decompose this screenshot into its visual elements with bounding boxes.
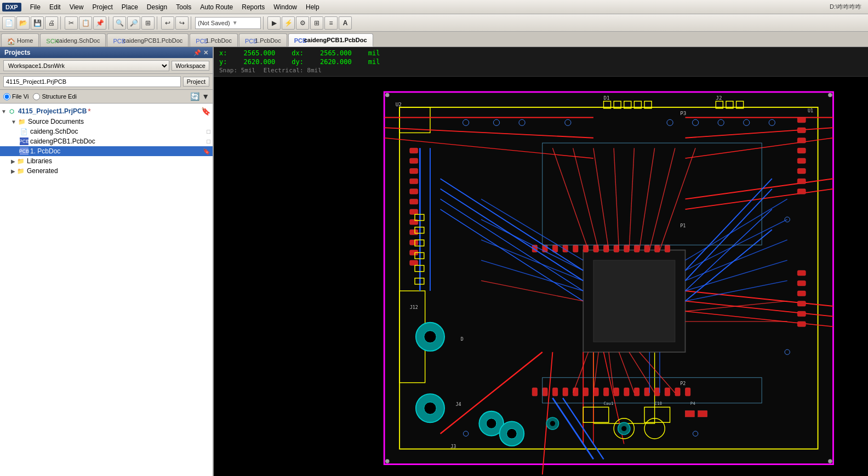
config-icon[interactable]: ▼ — [202, 92, 209, 101]
menu-edit[interactable]: Edit — [45, 2, 65, 12]
pcb-svg: U2 D1 J2 P3 P1 P2 J12 D J4 J3 Cau1 C18 P… — [214, 77, 868, 476]
menu-reports[interactable]: Reports — [237, 2, 269, 12]
svg-rect-24 — [797, 117, 806, 122]
svg-rect-30 — [797, 179, 806, 183]
x-label: x: — [219, 49, 227, 57]
folder-icon-gen: 📁 — [16, 167, 25, 175]
tree-root-label: 4115_Project1.PrjPCB — [18, 107, 87, 115]
workspace-dropdown[interactable]: Workspace1.DsnWrk — [3, 60, 169, 71]
file-view-radio[interactable]: File Vi — [3, 93, 28, 100]
snap-info: Snap: 5mil Electrical: 8mil — [219, 67, 863, 74]
svg-text:J3: J3 — [450, 444, 456, 449]
view-icons: 🔄 ▼ — [190, 92, 209, 101]
panel-title: Projects — [4, 49, 30, 56]
svg-point-97 — [486, 418, 496, 429]
tb-letter-a[interactable]: A — [339, 16, 352, 30]
svg-rect-50 — [532, 388, 537, 396]
tabbar: 🏠 Home SCH caideng.SchDoc PCB caidengPCB… — [0, 32, 868, 47]
svg-rect-37 — [797, 322, 806, 326]
tree-item-source-docs[interactable]: ▼ 📁 Source Documents — [0, 117, 213, 127]
workspace-label: Workspace — [172, 61, 209, 71]
tree-item-caideng-pcb[interactable]: PCB caidengPCB1.PcbDoc □ — [0, 136, 213, 146]
tb-settings[interactable]: ⚙ — [296, 16, 309, 30]
tb-sep4 — [191, 16, 193, 30]
menu-place[interactable]: Place — [117, 2, 142, 12]
panel-pin-btn[interactable]: 📌 — [193, 49, 201, 56]
collapse-libs[interactable]: ▶ — [11, 158, 15, 164]
svg-rect-120 — [685, 411, 694, 417]
tb-new[interactable]: 📄 — [2, 16, 15, 30]
x-value: 2565.000 — [243, 49, 275, 57]
tree-item-root[interactable]: ▼ ⬡ 4115_Project1.PrjPCB * 🔖 — [0, 106, 213, 117]
svg-text:D1: D1 — [604, 95, 610, 101]
pcb1-status: □ — [207, 138, 210, 145]
menu-tools[interactable]: Tools — [172, 2, 196, 12]
file-view-input[interactable] — [3, 93, 10, 100]
collapse-source[interactable]: ▼ — [11, 119, 16, 125]
tb-copy[interactable]: 📋 — [79, 16, 92, 30]
tb-save[interactable]: 💾 — [31, 16, 44, 30]
menu-help[interactable]: Help — [301, 2, 324, 12]
tab-caideng-sch[interactable]: SCH caideng.SchDoc — [40, 33, 106, 47]
svg-point-95 — [424, 402, 436, 414]
panel-close-btn[interactable]: ✕ — [203, 49, 208, 56]
svg-point-181 — [385, 93, 389, 97]
structure-view-radio[interactable]: Structure Edi — [33, 93, 77, 100]
menu-file[interactable]: File — [26, 2, 45, 12]
tab-1pcb-b[interactable]: PCB 1.PcbDoc — [239, 33, 287, 47]
tb-print[interactable]: 🖨 — [45, 16, 58, 30]
panel-header: Projects 📌 ✕ — [0, 47, 213, 58]
svg-rect-26 — [797, 138, 806, 143]
folder-icon-source: 📁 — [18, 118, 26, 125]
refresh-icon[interactable]: 🔄 — [190, 92, 199, 101]
tb-cut[interactable]: ✂ — [65, 16, 78, 30]
main-layout: Projects 📌 ✕ Workspace1.DsnWrk Workspace… — [0, 47, 868, 476]
tb-run[interactable]: ⚡ — [282, 16, 295, 30]
svg-rect-63 — [665, 388, 670, 396]
project-input[interactable] — [3, 76, 181, 87]
tb-fit[interactable]: ⊞ — [141, 16, 155, 30]
tb-compile[interactable]: ▶ — [267, 16, 281, 30]
tb-layer[interactable]: ≡ — [324, 16, 338, 30]
tb-grid[interactable]: ⊞ — [310, 16, 323, 30]
structure-view-input[interactable] — [33, 93, 40, 100]
unit-label2: mil — [368, 58, 380, 66]
home-icon: 🏠 — [7, 38, 15, 43]
svg-rect-46 — [410, 230, 418, 234]
collapse-root[interactable]: ▼ — [1, 108, 7, 114]
svg-rect-79 — [665, 245, 670, 252]
svg-rect-70 — [573, 245, 578, 252]
tab-caideng-pcb1-b[interactable]: PCB caidengPCB1.PcbDoc — [288, 33, 373, 47]
svg-rect-31 — [797, 189, 806, 194]
pcb-file-icon: PCB — [20, 137, 28, 145]
menu-view[interactable]: View — [65, 2, 88, 12]
tree-item-1pcb[interactable]: PCB 1. PcbDoc 🔖 — [0, 146, 213, 156]
svg-text:U1: U1 — [808, 108, 813, 113]
svg-rect-39 — [410, 158, 418, 163]
menu-project[interactable]: Project — [88, 2, 117, 12]
collapse-gen[interactable]: ▶ — [11, 168, 15, 174]
pcb-icon: PCB — [113, 38, 121, 43]
tree-item-libraries[interactable]: ▶ 📁 Libraries — [0, 156, 213, 166]
tree-item-caideng-sch[interactable]: 📄 caideng.SchDoc □ — [0, 127, 213, 136]
tb-open[interactable]: 📂 — [16, 16, 30, 30]
tab-home[interactable]: 🏠 Home — [1, 33, 39, 47]
path-display: D:\咋咋咋咋 — [830, 3, 866, 11]
tb-undo[interactable]: ↩ — [161, 16, 174, 30]
dx-label: dx: — [292, 49, 304, 57]
menu-window[interactable]: Window — [269, 2, 301, 12]
tb-redo[interactable]: ↪ — [175, 16, 189, 30]
tree-item-generated[interactable]: ▶ 📁 Generated — [0, 166, 213, 176]
tb-zoom-out[interactable]: 🔎 — [127, 16, 140, 30]
pcb-canvas-area[interactable]: U2 D1 J2 P3 P1 P2 J12 D J4 J3 Cau1 C18 P… — [214, 77, 868, 476]
svg-rect-52 — [552, 388, 557, 396]
svg-rect-62 — [655, 388, 660, 396]
svg-text:J12: J12 — [410, 305, 418, 310]
tb-zoom-in[interactable]: 🔍 — [113, 16, 126, 30]
tab-1pcb[interactable]: PCB 1.PcbDoc — [190, 33, 238, 47]
menu-design[interactable]: Design — [142, 2, 172, 12]
svg-rect-38 — [410, 148, 418, 153]
tab-caideng-pcb1[interactable]: PCB caidengPCB1.PcbDoc — [107, 33, 189, 47]
menu-autoroute[interactable]: Auto Route — [196, 2, 237, 12]
tb-paste[interactable]: 📌 — [93, 16, 106, 30]
